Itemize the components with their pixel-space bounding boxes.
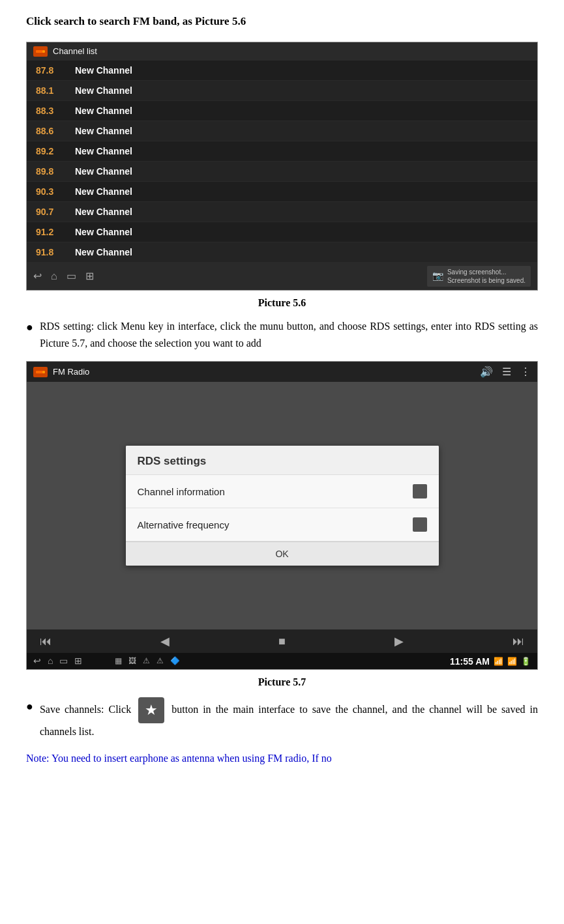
bullet-item-2: ● Save channels: Click ★ button in the m… bbox=[26, 697, 538, 740]
bullet-section-2: ● Save channels: Click ★ button in the m… bbox=[26, 697, 538, 740]
fm-radio-app-icon bbox=[33, 367, 48, 377]
channel-row: 91.2 New Channel bbox=[27, 222, 537, 242]
svg-point-2 bbox=[42, 50, 45, 53]
fm-status-left: ↩ ⌂ ▭ ⊞ ▦ 🖼 ⚠ ⚠ 🔷 bbox=[33, 656, 180, 667]
rds-dialog-row-alt-freq: Alternative frequency bbox=[126, 508, 439, 541]
fm-header-left: FM Radio bbox=[33, 367, 89, 377]
alt-freq-label: Alternative frequency bbox=[138, 519, 230, 530]
channel-freq: 90.7 bbox=[36, 207, 75, 217]
notification-icon3: ⚠ bbox=[143, 656, 150, 666]
notif-line1: Saving screenshot... bbox=[447, 268, 526, 276]
rds-dialog-title: RDS settings bbox=[126, 446, 439, 475]
skip-forward-icon[interactable]: ⏭ bbox=[512, 635, 524, 648]
channel-name: New Channel bbox=[75, 85, 132, 96]
prev-icon[interactable]: ◀ bbox=[160, 634, 170, 648]
channel-name: New Channel bbox=[75, 65, 132, 76]
bullet-text-1: RDS setting: click Menu key in interface… bbox=[40, 318, 538, 353]
radio-icon bbox=[33, 46, 48, 57]
svg-rect-7 bbox=[415, 520, 424, 529]
channel-row: 89.8 New Channel bbox=[27, 162, 537, 182]
channel-freq: 88.3 bbox=[36, 106, 75, 116]
alt-freq-checkbox[interactable] bbox=[413, 517, 427, 532]
fm-status-bar: ↩ ⌂ ▭ ⊞ ▦ 🖼 ⚠ ⚠ 🔷 11:55 AM 📶 📶 🔋 bbox=[27, 653, 537, 669]
channel-freq: 90.3 bbox=[36, 186, 75, 197]
channel-freq: 91.2 bbox=[36, 227, 75, 237]
bluetooth-icon: 🔷 bbox=[170, 656, 180, 666]
channel-freq: 87.8 bbox=[36, 65, 75, 76]
status-time: 11:55 AM bbox=[450, 656, 490, 667]
intro-text: Click search to search FM band, as Pictu… bbox=[26, 13, 538, 30]
channel-name: New Channel bbox=[75, 227, 132, 237]
battery-icon: 🔋 bbox=[521, 657, 531, 666]
fm-status-right: 11:55 AM 📶 📶 🔋 bbox=[450, 656, 531, 667]
channel-row: 88.6 New Channel bbox=[27, 121, 537, 141]
more-icon: ⋮ bbox=[520, 366, 531, 378]
channel-freq: 91.8 bbox=[36, 247, 75, 257]
channel-name: New Channel bbox=[75, 126, 132, 136]
channel-freq: 88.6 bbox=[36, 126, 75, 136]
note-text: Note: You need to insert earphone as ant… bbox=[26, 750, 538, 767]
channel-name: New Channel bbox=[75, 247, 132, 257]
notif-line2: Screenshot is being saved. bbox=[447, 276, 526, 285]
channel-freq: 88.1 bbox=[36, 85, 75, 96]
camera-icon: 📷 bbox=[432, 270, 443, 282]
fm-bottom-controls: ⏮ ◀ ■ ▶ ⏭ bbox=[27, 629, 537, 653]
screenshot-status-icon: ⊞ bbox=[74, 656, 82, 667]
channel-row: 90.3 New Channel bbox=[27, 182, 537, 202]
channel-row: 88.3 New Channel bbox=[27, 101, 537, 121]
stop-icon[interactable]: ■ bbox=[278, 635, 286, 648]
channel-list-title: Channel list bbox=[53, 46, 97, 56]
skip-back-icon[interactable]: ⏮ bbox=[40, 635, 52, 648]
channel-name: New Channel bbox=[75, 146, 132, 156]
picture57-screenshot: FM Radio 🔊 ☰ ⋮ RDS settings Channel info… bbox=[26, 361, 538, 670]
bullet-dot-2: ● bbox=[26, 698, 33, 715]
home-status-icon: ⌂ bbox=[48, 656, 53, 667]
channel-freq: 89.8 bbox=[36, 166, 75, 177]
channel-info-label: Channel information bbox=[138, 486, 225, 497]
volume-icon: 🔊 bbox=[480, 366, 493, 378]
save-channels-text-before: Save channels: Click bbox=[40, 704, 131, 715]
bottom-icons: ↩ ⌂ ▭ ⊞ bbox=[33, 270, 94, 282]
bullet-item-1: ● RDS setting: click Menu key in interfa… bbox=[26, 318, 538, 353]
screen-bottom-bar: ↩ ⌂ ▭ ⊞ 📷 Saving screenshot... Screensho… bbox=[27, 263, 537, 290]
star-button-icon: ★ bbox=[138, 697, 164, 723]
screenshot-notification: 📷 Saving screenshot... Screenshot is bei… bbox=[427, 266, 531, 287]
channel-info-checkbox[interactable] bbox=[413, 484, 427, 498]
notification-icon2: 🖼 bbox=[128, 656, 136, 666]
channel-row: 90.7 New Channel bbox=[27, 202, 537, 222]
back-status-icon: ↩ bbox=[33, 656, 41, 667]
notification-icon1: ▦ bbox=[115, 656, 122, 666]
fm-header: FM Radio 🔊 ☰ ⋮ bbox=[27, 362, 537, 382]
channel-row: 89.2 New Channel bbox=[27, 141, 537, 162]
rds-dialog-row-channel-info: Channel information bbox=[126, 475, 439, 508]
channel-row: 91.8 New Channel bbox=[27, 242, 537, 263]
channel-list: 87.8 New Channel 88.1 New Channel 88.3 N… bbox=[27, 61, 537, 263]
rds-dialog: RDS settings Channel information Alterna… bbox=[126, 446, 439, 566]
fm-header-right: 🔊 ☰ ⋮ bbox=[480, 366, 531, 378]
channel-row: 88.1 New Channel bbox=[27, 81, 537, 101]
channel-name: New Channel bbox=[75, 106, 132, 116]
fm-header-title: FM Radio bbox=[53, 367, 89, 377]
home-icon: ⌂ bbox=[51, 270, 57, 282]
rds-ok-button[interactable]: OK bbox=[126, 541, 439, 566]
channel-row: 87.8 New Channel bbox=[27, 61, 537, 81]
channel-name: New Channel bbox=[75, 186, 132, 197]
screenshot-icon: ⊞ bbox=[85, 270, 94, 282]
next-icon[interactable]: ▶ bbox=[394, 634, 404, 648]
bullet-text-2: Save channels: Click ★ button in the mai… bbox=[40, 697, 538, 740]
fm-body: RDS settings Channel information Alterna… bbox=[27, 382, 537, 629]
wifi-icon: 📶 bbox=[494, 657, 503, 666]
channel-name: New Channel bbox=[75, 166, 132, 177]
screen-header: Channel list bbox=[27, 42, 537, 61]
caption-57: Picture 5.7 bbox=[26, 676, 538, 688]
picture56-screenshot: Channel list 87.8 New Channel 88.1 New C… bbox=[26, 42, 538, 291]
svg-rect-6 bbox=[415, 487, 424, 496]
bullet-dot-1: ● bbox=[26, 319, 33, 336]
caption-56: Picture 5.6 bbox=[26, 297, 538, 309]
notification-icon4: ⚠ bbox=[156, 656, 164, 666]
signal-icon: 📶 bbox=[507, 657, 517, 666]
recent-status-icon: ▭ bbox=[59, 656, 68, 667]
list-icon: ☰ bbox=[502, 366, 511, 378]
bullet-section-1: ● RDS setting: click Menu key in interfa… bbox=[26, 318, 538, 353]
recent-icon: ▭ bbox=[67, 270, 76, 282]
